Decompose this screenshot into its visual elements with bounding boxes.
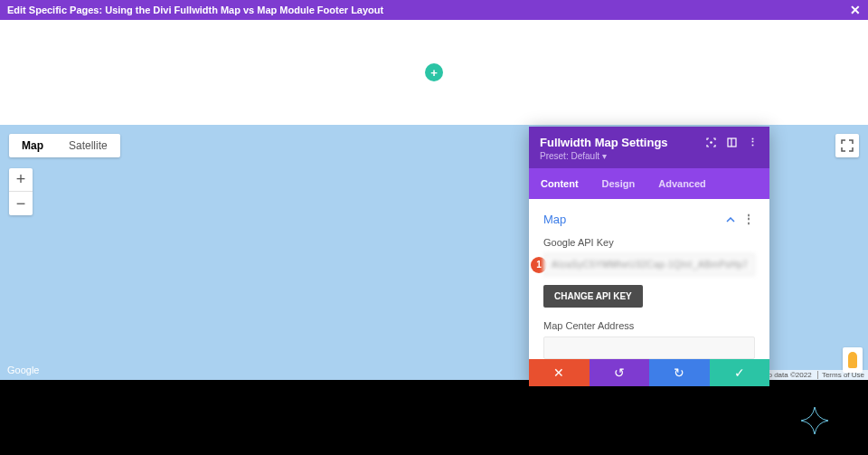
section-menu-icon[interactable]: ⋮ <box>742 212 755 226</box>
attribution-terms[interactable]: Terms of Use <box>817 371 864 379</box>
zoom-control: + − <box>9 168 33 215</box>
expand-icon[interactable] <box>705 137 717 148</box>
add-section-button[interactable]: + <box>425 63 443 81</box>
footer-section <box>0 380 868 455</box>
modal-save-button[interactable]: ✓ <box>710 359 770 386</box>
page-title-bar: Edit Specific Pages: Using the Divi Full… <box>0 0 868 20</box>
modal-header[interactable]: Fullwidth Map Settings ⋮ Preset: Default… <box>529 127 769 168</box>
google-logo: Google <box>7 365 39 375</box>
fullscreen-button[interactable] <box>835 134 859 157</box>
page-title: Edit Specific Pages: Using the Divi Full… <box>7 5 383 15</box>
pegman-button[interactable] <box>843 347 863 373</box>
modal-close-button[interactable]: ✕ <box>529 359 590 386</box>
map-type-satellite-button[interactable]: Satellite <box>56 134 120 157</box>
svg-point-0 <box>710 141 712 144</box>
modal-footer: ✕ ↺ ↻ ✓ <box>529 359 769 386</box>
modal-tabs: Content Design Advanced <box>529 168 769 199</box>
change-api-key-button[interactable]: CHANGE API KEY <box>543 285 643 308</box>
snap-icon[interactable] <box>726 137 738 148</box>
tab-advanced[interactable]: Advanced <box>646 168 718 199</box>
modal-menu-icon[interactable]: ⋮ <box>747 137 759 148</box>
pegman-icon <box>848 352 857 368</box>
sparkle-icon <box>799 405 830 436</box>
modal-redo-button[interactable]: ↻ <box>649 359 710 386</box>
modal-undo-button[interactable]: ↺ <box>590 359 650 386</box>
tab-content[interactable]: Content <box>529 168 590 199</box>
preset-selector[interactable]: Preset: Default ▾ <box>540 151 759 161</box>
center-address-label: Map Center Address <box>543 320 755 331</box>
section-title: Map <box>543 213 566 226</box>
api-key-label: Google API Key <box>543 237 755 248</box>
center-address-input[interactable] <box>543 337 755 359</box>
close-icon[interactable]: ✕ <box>850 3 861 17</box>
map-type-map-button[interactable]: Map <box>9 134 56 157</box>
api-key-input[interactable] <box>543 253 755 276</box>
collapse-icon[interactable] <box>726 213 735 224</box>
modal-body: Map ⋮ Google API Key 1 CHANGE API KEY Ma… <box>529 199 769 359</box>
zoom-in-button[interactable]: + <box>9 168 33 192</box>
plus-icon: + <box>430 66 438 80</box>
section-header: Map ⋮ <box>543 212 755 226</box>
builder-canvas: + <box>0 20 868 125</box>
zoom-out-button[interactable]: − <box>9 192 33 215</box>
map-type-control: Map Satellite <box>9 134 120 157</box>
tab-design[interactable]: Design <box>590 168 647 199</box>
settings-modal: Fullwidth Map Settings ⋮ Preset: Default… <box>529 127 769 386</box>
modal-title: Fullwidth Map Settings <box>540 136 668 149</box>
